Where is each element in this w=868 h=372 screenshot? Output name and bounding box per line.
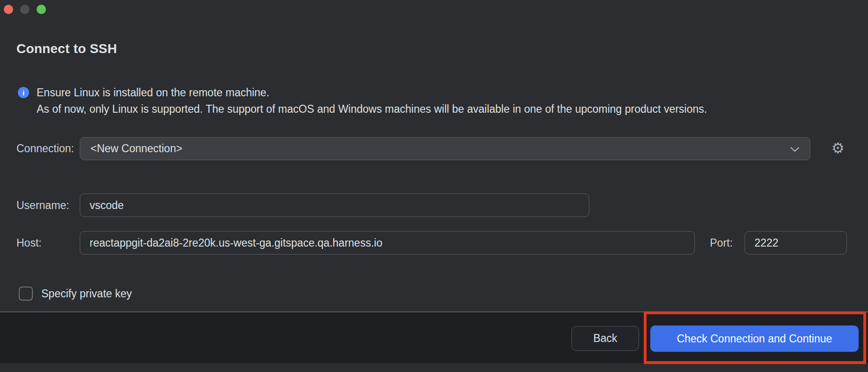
notice-line-1: Ensure Linux is installed on the remote … (37, 85, 707, 101)
dialog-footer: Back Check Connection and Continue (0, 311, 868, 363)
private-key-checkbox[interactable] (19, 287, 33, 301)
window-zoom-button[interactable] (37, 5, 46, 14)
port-label: Port: (710, 231, 733, 255)
username-label: Username: (16, 194, 69, 217)
private-key-label: Specify private key (41, 287, 132, 301)
window-close-button[interactable] (4, 5, 13, 14)
port-input[interactable] (745, 231, 847, 255)
connection-selected-value: <New Connection> (91, 142, 183, 155)
username-input[interactable] (80, 194, 589, 217)
page-title: Connect to SSH (16, 41, 117, 56)
notice-line-2: As of now, only Linux is supported. The … (37, 101, 707, 117)
connection-label: Connection: (16, 137, 74, 160)
username-row: Username: (0, 194, 868, 217)
host-input[interactable] (80, 231, 695, 255)
host-row: Host: Port: (0, 231, 868, 255)
connection-row: Connection: <New Connection> ⚙ (0, 137, 868, 160)
chevron-down-icon (790, 147, 799, 152)
info-notice: i Ensure Linux is installed on the remot… (18, 85, 707, 117)
host-label: Host: (16, 231, 42, 255)
notice-text: Ensure Linux is installed on the remote … (37, 85, 707, 117)
window-minimize-button[interactable] (20, 5, 30, 14)
connect-to-ssh-dialog: Connect to SSH i Ensure Linux is install… (0, 0, 868, 372)
window-bottom-strip (0, 363, 868, 372)
connection-settings-button[interactable]: ⚙ (829, 139, 847, 158)
check-connection-and-continue-button[interactable]: Check Connection and Continue (650, 326, 859, 352)
private-key-row[interactable]: Specify private key (0, 287, 868, 301)
gear-icon: ⚙ (831, 140, 845, 156)
info-icon: i (18, 87, 29, 98)
connection-select[interactable]: <New Connection> (80, 137, 810, 160)
back-button[interactable]: Back (571, 326, 639, 351)
